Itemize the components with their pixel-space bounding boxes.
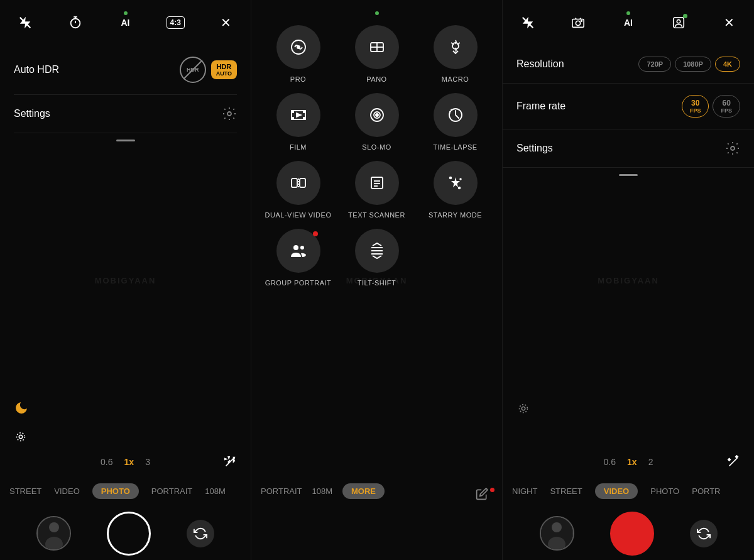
resolution-row: Resolution 720P 1080P 4K [503,45,754,84]
ratio-badge[interactable]: 4:3 [164,11,187,34]
zoom-3[interactable]: 3 [145,457,150,467]
fps-60[interactable]: 60 FPS [713,95,740,118]
hdr-off-badge[interactable]: HDR [180,57,206,83]
right-focus-icon[interactable] [516,402,530,415]
svg-point-6 [227,112,231,116]
right-flip-button[interactable] [690,520,718,547]
groupportrait-circle [276,229,320,273]
right-zoom-bar: 0.6 1x 2 [503,452,754,472]
mode-video[interactable]: VIDEO [54,486,79,496]
right-magic-icon[interactable] [726,455,740,469]
svg-rect-21 [292,111,293,113]
svg-point-52 [522,407,525,410]
right-zoom-0.6[interactable]: 0.6 [604,457,616,467]
timer-icon[interactable] [64,11,87,34]
mode-photo[interactable]: PHOTO [92,483,139,499]
mode-cell-pano[interactable]: PANO [342,25,411,83]
svg-point-11 [49,522,59,532]
macro-label: MACRO [442,75,469,83]
magic-enhance-icon[interactable] [223,455,237,469]
edit-pencil-icon[interactable] [476,488,488,500]
res-4k[interactable]: 4K [715,57,740,72]
svg-point-50 [677,19,680,23]
hdr-auto-badge[interactable]: HDR AUTO [211,60,237,79]
mode-cell-timelapse[interactable]: TIME-LAPSE [421,93,489,151]
mode-cell-groupportrait[interactable]: GROUP PORTRAIT [264,229,332,287]
mode-cell-textscanner[interactable]: TEXT SCANNER [342,161,411,219]
right-green-dot [626,11,630,15]
starry-label: STARRY MODE [429,211,482,219]
right-mode-photo[interactable]: PHOTO [650,486,679,496]
mode-cell-dualview[interactable]: DUAL-VIEW VIDEO [264,161,332,219]
res-1080p[interactable]: 1080P [675,57,711,72]
right-face-icon[interactable] [667,11,690,34]
mode-cell-film[interactable]: FILM [264,93,332,151]
right-mode-bar: NIGHT STREET VIDEO PHOTO PORTR [503,476,754,507]
mid-mode-more[interactable]: MORE [342,483,385,499]
macro-circle [434,25,478,69]
right-mode-night[interactable]: NIGHT [512,486,537,496]
svg-point-38 [458,187,460,189]
close-button[interactable]: ✕ [214,11,237,34]
left-flip-button[interactable] [187,520,214,547]
night-mode-icon[interactable] [14,400,29,415]
right-panel: AI ✕ Resolution 720P 1080P 4K Frame rate… [503,0,754,560]
dualview-label: DUAL-VIEW VIDEO [265,211,332,219]
focus-icon[interactable] [14,430,28,444]
right-settings-gear-icon[interactable] [725,141,740,156]
right-mode-video[interactable]: VIDEO [595,483,638,499]
pano-label: PANO [366,75,386,83]
close-icon: ✕ [221,15,231,30]
svg-point-36 [449,177,451,179]
left-panel: AI 4:3 ✕ Auto HDR HDR HDR AUTO [0,0,251,560]
mode-108m[interactable]: 108M [205,486,226,496]
svg-point-14 [297,46,300,48]
fps-30[interactable]: 30 FPS [682,95,709,118]
hdr-cross-line [183,60,202,80]
svg-point-2 [70,19,80,28]
right-thumbnail[interactable] [540,516,574,551]
frame-rate-label: Frame rate [516,101,566,112]
settings-row[interactable]: Settings [14,95,237,133]
right-record-button[interactable] [610,512,654,556]
svg-point-56 [552,522,562,532]
zoom-0.6[interactable]: 0.6 [101,457,112,467]
right-divider [619,174,638,176]
right-flash-off-icon[interactable] [516,11,539,34]
groupportrait-label: GROUP PORTRAIT [265,279,332,287]
mid-mode-108m[interactable]: 108M [312,486,333,496]
left-mode-bar: STREET VIDEO PHOTO PORTRAIT 108M [0,476,251,507]
right-zoom-2[interactable]: 2 [648,457,653,467]
right-zoom-1x[interactable]: 1x [627,457,637,467]
right-close-button[interactable]: ✕ [718,11,740,34]
mode-grid: PRO PANO MACRO [251,13,502,299]
right-settings-row[interactable]: Settings [503,129,754,168]
zoom-1x[interactable]: 1x [124,457,134,467]
mode-cell-pro[interactable]: PRO [264,25,332,83]
svg-point-47 [576,21,580,25]
pano-circle [355,25,399,69]
mode-cell-starry[interactable]: STARRY MODE [421,161,489,219]
res-720p[interactable]: 720P [638,57,671,72]
left-divider [116,140,135,141]
right-thumbnail-image [541,517,573,549]
left-shutter-button[interactable] [107,512,151,556]
right-mode-portrait[interactable]: PORTR [692,486,720,496]
settings-gear-icon[interactable] [222,106,237,121]
mode-portrait[interactable]: PORTRAIT [151,486,193,496]
right-front-camera-icon[interactable] [567,11,589,34]
pro-label: PRO [290,75,306,83]
slomo-label: SLO-MO [362,143,391,151]
left-thumbnail[interactable] [36,516,71,551]
mode-cell-tiltshift[interactable]: TILT-SHIFT [342,229,411,287]
svg-point-27 [376,114,378,116]
flash-off-icon[interactable] [14,11,36,34]
right-settings-label: Settings [516,143,553,154]
mode-cell-slomo[interactable]: SLO-MO [342,93,411,151]
dualview-circle [276,161,320,205]
hdr-controls: HDR HDR AUTO [180,57,237,83]
right-mode-street[interactable]: STREET [550,486,582,496]
mode-cell-macro[interactable]: MACRO [421,25,489,83]
mode-street[interactable]: STREET [9,486,41,496]
mid-mode-portrait[interactable]: PORTRAIT [261,486,302,496]
